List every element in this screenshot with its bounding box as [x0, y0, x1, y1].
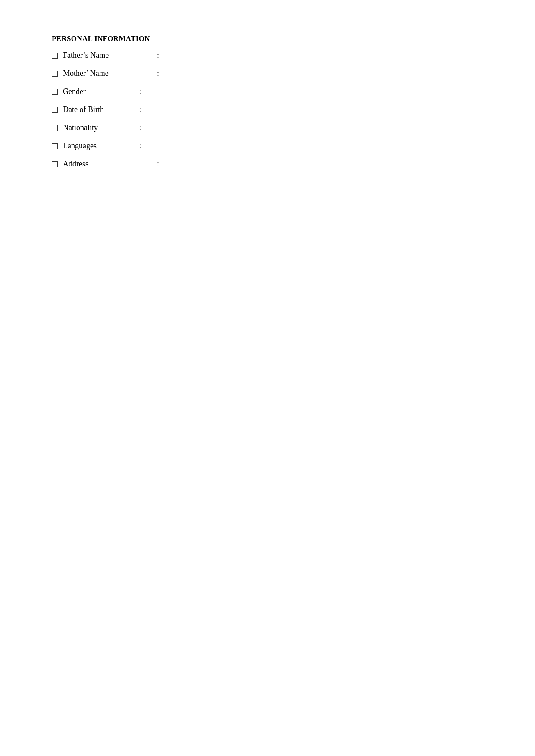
list-item: Date of Birth:: [52, 105, 483, 121]
list-item: Languages:: [52, 141, 483, 157]
item-colon: :: [157, 69, 159, 78]
item-label: Address: [63, 159, 153, 169]
list-item: Address:: [52, 159, 483, 175]
bullet-icon: [52, 53, 58, 59]
bullet-icon: [52, 161, 58, 167]
personal-info-list: Father’s Name:Mother’ Name:Gender:Date o…: [52, 51, 483, 175]
list-item: Nationality:: [52, 123, 483, 139]
item-colon: :: [140, 87, 142, 96]
item-label: Nationality: [63, 123, 136, 132]
item-colon: :: [157, 159, 159, 169]
item-colon: :: [140, 141, 142, 150]
bullet-icon: [52, 125, 58, 131]
list-item: Gender:: [52, 87, 483, 103]
item-colon: :: [157, 51, 159, 60]
list-item: Father’s Name:: [52, 51, 483, 66]
bullet-icon: [52, 107, 58, 113]
item-colon: :: [140, 105, 142, 114]
page: PERSONAL INFORMATION Father’s Name:Mothe…: [0, 0, 535, 212]
list-item: Mother’ Name:: [52, 69, 483, 84]
item-colon: :: [140, 123, 142, 132]
section-title: PERSONAL INFORMATION: [52, 34, 483, 43]
bullet-icon: [52, 71, 58, 77]
bullet-icon: [52, 143, 58, 149]
item-label: Languages: [63, 141, 136, 150]
item-label: Father’s Name: [63, 51, 153, 60]
item-label: Date of Birth: [63, 105, 136, 114]
item-label: Mother’ Name: [63, 69, 153, 78]
item-label: Gender: [63, 87, 136, 96]
bullet-icon: [52, 89, 58, 95]
